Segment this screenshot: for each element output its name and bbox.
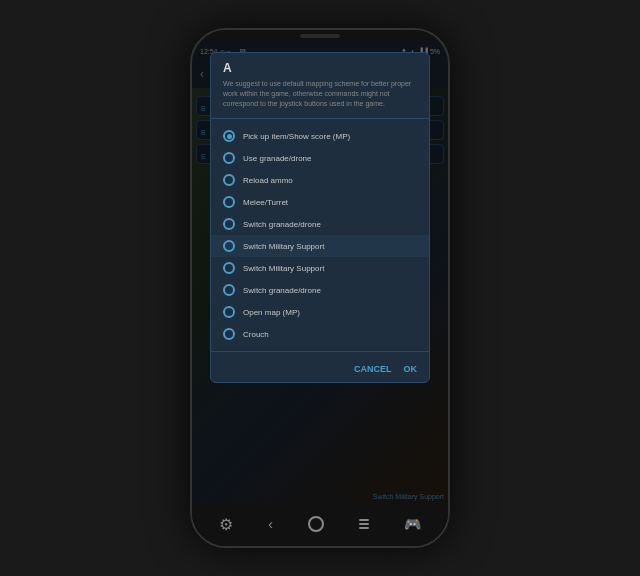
option-switch-military-1-label: Switch Military Support — [243, 242, 324, 251]
option-crouch-label: Crouch — [243, 330, 269, 339]
option-reload-label: Reload ammo — [243, 176, 293, 185]
option-switch-military-2-label: Switch Military Support — [243, 264, 324, 273]
radio-grenade-drone[interactable] — [223, 152, 235, 164]
ok-button[interactable]: OK — [404, 364, 418, 374]
dialog-header: A We suggest to use default mapping sche… — [211, 53, 429, 112]
nav-recents-button[interactable] — [359, 519, 369, 529]
nav-gamepad-icon[interactable]: 🎮 — [404, 516, 421, 532]
option-switch-military-2[interactable]: Switch Military Support — [211, 257, 429, 279]
options-list: Pick up item/Show score (MP) Use granade… — [211, 125, 429, 345]
phone-top-bar — [192, 30, 448, 42]
radio-melee[interactable] — [223, 196, 235, 208]
dialog-title: A — [223, 61, 417, 75]
phone-screen: 12:54 ⊙ ∞ ☁ 🖼 ✦ ▲ ▐▐ 5% ‹ Profile detail… — [192, 42, 448, 546]
phone-speaker — [300, 34, 340, 38]
radio-open-map[interactable] — [223, 306, 235, 318]
radio-switch-grenade[interactable] — [223, 218, 235, 230]
radio-crouch[interactable] — [223, 328, 235, 340]
dialog-overlay: A We suggest to use default mapping sche… — [192, 42, 448, 546]
option-switch-grenade-label: Switch granade/drone — [243, 220, 321, 229]
option-grenade-drone-label: Use granade/drone — [243, 154, 312, 163]
options-dialog: A We suggest to use default mapping sche… — [210, 52, 430, 383]
nav-back-button[interactable]: ‹ — [268, 516, 273, 532]
radio-reload[interactable] — [223, 174, 235, 186]
option-pick-up-label: Pick up item/Show score (MP) — [243, 132, 350, 141]
dialog-actions-divider — [211, 351, 429, 352]
radio-switch-military-2[interactable] — [223, 262, 235, 274]
nav-home-button[interactable] — [308, 516, 324, 532]
option-switch-grenade-2[interactable]: Switch granade/drone — [211, 279, 429, 301]
option-grenade-drone[interactable]: Use granade/drone — [211, 147, 429, 169]
dialog-actions: CANCEL OK — [211, 358, 429, 382]
nav-bar: ⚙ ‹ 🎮 — [192, 502, 448, 546]
cancel-button[interactable]: CANCEL — [354, 364, 392, 374]
option-crouch[interactable]: Crouch — [211, 323, 429, 345]
option-switch-military-1[interactable]: Switch Military Support — [211, 235, 429, 257]
option-reload[interactable]: Reload ammo — [211, 169, 429, 191]
option-open-map-label: Open map (MP) — [243, 308, 300, 317]
option-melee-label: Melee/Turret — [243, 198, 288, 207]
option-switch-grenade[interactable]: Switch granade/drone — [211, 213, 429, 235]
nav-settings-icon[interactable]: ⚙ — [219, 515, 233, 534]
option-melee[interactable]: Melee/Turret — [211, 191, 429, 213]
option-pick-up[interactable]: Pick up item/Show score (MP) — [211, 125, 429, 147]
option-switch-grenade-2-label: Switch granade/drone — [243, 286, 321, 295]
radio-switch-grenade-2[interactable] — [223, 284, 235, 296]
dialog-description: We suggest to use default mapping scheme… — [223, 79, 417, 108]
dialog-divider — [211, 118, 429, 119]
option-open-map[interactable]: Open map (MP) — [211, 301, 429, 323]
phone-frame: 12:54 ⊙ ∞ ☁ 🖼 ✦ ▲ ▐▐ 5% ‹ Profile detail… — [190, 28, 450, 548]
radio-switch-military-1[interactable] — [223, 240, 235, 252]
radio-pick-up[interactable] — [223, 130, 235, 142]
